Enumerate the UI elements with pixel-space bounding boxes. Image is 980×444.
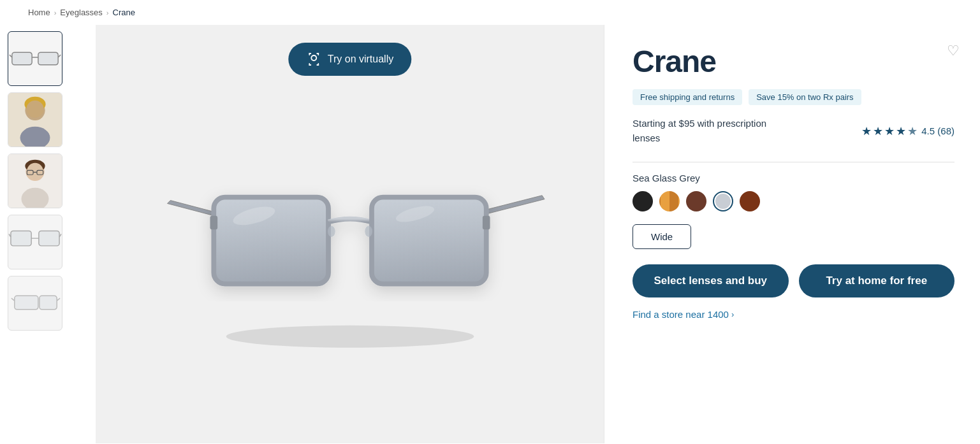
star-1: ★ (861, 124, 872, 138)
svg-rect-1 (38, 52, 58, 65)
thumbnail-person-1[interactable] (8, 92, 62, 147)
heart-icon: ♡ (947, 43, 960, 59)
badge-shipping: Free shipping and returns (633, 89, 742, 105)
product-image-area: Try on virtually (96, 25, 604, 443)
try-at-home-button[interactable]: Try at home for free (799, 264, 955, 297)
try-on-virtually-button[interactable]: Try on virtually (288, 43, 411, 76)
wishlist-button[interactable]: ♡ (947, 43, 960, 59)
swatch-jet-black[interactable] (633, 191, 653, 211)
thumbnail-sidebar (0, 25, 96, 443)
svg-point-14 (27, 163, 43, 179)
thumb-person-icon-2 (8, 154, 62, 208)
svg-point-35 (226, 325, 474, 347)
rating-value: 4.5 (68) (921, 125, 954, 136)
action-buttons: Select lenses and buy Try at home for fr… (633, 264, 954, 297)
try-on-label: Try on virtually (328, 54, 393, 65)
divider-1 (633, 162, 954, 162)
product-panel: ♡ Crane Free shipping and returns Save 1… (604, 25, 980, 443)
svg-point-30 (365, 226, 372, 236)
size-options: Wide (633, 224, 954, 249)
star-rating: ★ ★ ★ ★ ★ (861, 124, 918, 138)
thumb-person-icon-1 (8, 93, 62, 147)
svg-rect-18 (11, 231, 31, 245)
color-swatches (633, 191, 954, 211)
rating-group: ★ ★ ★ ★ ★ 4.5 (68) (861, 124, 954, 138)
breadcrumb-current: Crane (113, 8, 135, 17)
breadcrumb-sep-2: › (106, 9, 109, 17)
star-half: ★ (907, 124, 918, 138)
main-layout: Try on virtually (0, 25, 980, 443)
thumbnail-person-2[interactable] (8, 154, 62, 208)
find-store-text: Find a store near 1400 (633, 309, 729, 320)
badge-discount: Save 15% on two Rx pairs (749, 89, 861, 105)
price-rating-row: Starting at $95 with prescriptionlenses … (633, 117, 954, 145)
breadcrumb: Home › Eyeglasses › Crane (0, 0, 980, 25)
svg-rect-20 (15, 296, 38, 309)
thumb-glasses-icon (8, 32, 62, 85)
product-badges: Free shipping and returns Save 15% on tw… (633, 89, 954, 105)
svg-point-9 (26, 101, 43, 118)
price-text: Starting at $95 with prescriptionlenses (633, 117, 766, 145)
svg-rect-31 (210, 215, 217, 229)
breadcrumb-sep-1: › (54, 9, 57, 17)
svg-rect-21 (40, 296, 57, 309)
chevron-right-icon: › (731, 310, 734, 319)
thumbnail-glasses-side[interactable] (8, 276, 62, 331)
star-3: ★ (884, 124, 895, 138)
breadcrumb-home[interactable]: Home (28, 8, 50, 17)
thumb-glasses-side-icon (8, 276, 62, 330)
face-scan-icon (306, 52, 321, 67)
thumbnail-glasses-flat[interactable] (8, 31, 62, 86)
size-wide-button[interactable]: Wide (633, 224, 691, 249)
selected-color-label: Sea Glass Grey (633, 173, 954, 183)
swatch-tortoise[interactable] (740, 191, 760, 211)
breadcrumb-category[interactable]: Eyeglasses (60, 8, 102, 17)
product-title: Crane (633, 44, 954, 79)
svg-point-29 (328, 226, 335, 236)
product-main-image (133, 101, 567, 368)
find-store-link[interactable]: Find a store near 1400 › (633, 309, 954, 320)
swatch-amber-gold[interactable] (659, 191, 680, 211)
swatch-sea-glass-grey[interactable] (713, 191, 733, 211)
svg-rect-0 (12, 52, 32, 65)
svg-rect-19 (39, 231, 59, 245)
svg-point-24 (311, 55, 316, 61)
swatch-dark-brown[interactable] (686, 191, 706, 211)
star-2: ★ (873, 124, 883, 138)
thumbnail-glasses-front[interactable] (8, 215, 62, 269)
select-lenses-button[interactable]: Select lenses and buy (633, 264, 789, 297)
thumb-glasses-front-icon (8, 215, 62, 269)
svg-rect-32 (482, 215, 490, 229)
star-4: ★ (896, 124, 906, 138)
